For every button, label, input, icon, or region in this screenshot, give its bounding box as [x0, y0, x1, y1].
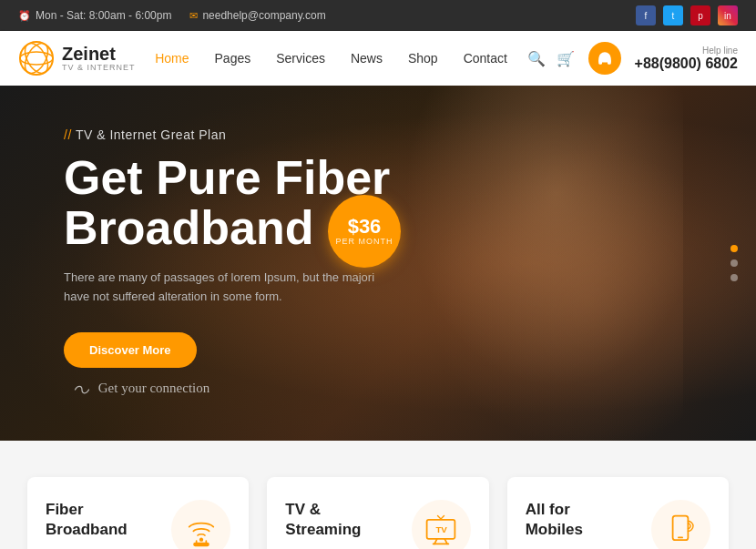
- nav-pages[interactable]: Pages: [204, 44, 262, 73]
- top-bar: ⏰ Mon - Sat: 8:00am - 6:00pm ✉ needhelp@…: [0, 0, 756, 31]
- nav-services[interactable]: Services: [265, 44, 336, 73]
- hero-title-line1: Get Pure Fiber: [64, 151, 390, 204]
- instagram-icon[interactable]: in: [718, 5, 738, 25]
- logo[interactable]: Zeinet TV & INTERNET: [18, 40, 136, 76]
- card-mobile-title: All forMobiles: [526, 500, 638, 540]
- svg-point-0: [20, 42, 53, 75]
- hero-content: TV & Internet Great Plan Get Pure Fiber …: [0, 127, 392, 399]
- helpline-number: +88(9800) 6802: [635, 56, 738, 72]
- helpline-label: Help line: [635, 46, 738, 56]
- pinterest-icon[interactable]: p: [690, 5, 710, 25]
- price-amount: $36: [348, 217, 382, 237]
- hero-person-bg: [364, 86, 683, 441]
- clock-icon: ⏰: [18, 10, 31, 22]
- hero-subtitle: TV & Internet Great Plan: [64, 127, 392, 142]
- logo-icon: [18, 40, 55, 76]
- card-fiber-icon-wrap: [171, 500, 230, 549]
- services-cards: FiberBroadband Nam nec est id dui effici…: [0, 441, 756, 549]
- svg-text:TV: TV: [436, 524, 448, 534]
- svg-point-4: [199, 538, 202, 541]
- card-mobile: All forMobiles Nam nec est id dui effici…: [507, 477, 729, 549]
- email-text: needhelp@company.com: [202, 9, 325, 22]
- price-badge: $36 PER MONTH: [328, 195, 401, 268]
- brand-tagline: TV & INTERNET: [62, 64, 136, 73]
- tv-icon: TV: [422, 511, 460, 549]
- discover-more-button[interactable]: Discover More: [64, 332, 197, 368]
- slider-dot-1[interactable]: [730, 245, 738, 252]
- hero-title-line2: Broadband: [64, 201, 313, 254]
- hours-info: ⏰ Mon - Sat: 8:00am - 6:00pm: [18, 9, 171, 22]
- card-tv-text: TV &Streaming Nam nec est id dui efficit…: [285, 500, 397, 549]
- header: Zeinet TV & INTERNET Home Pages Services…: [0, 31, 756, 86]
- hero-section: $36 PER MONTH TV & Internet Great Plan G…: [0, 86, 756, 441]
- facebook-icon[interactable]: f: [636, 5, 656, 25]
- header-action-icons: 🔍 🛒: [527, 50, 575, 67]
- slider-dot-3[interactable]: [730, 274, 738, 281]
- svg-point-3: [20, 52, 53, 65]
- hero-cursive-text: Get your connection: [73, 381, 392, 399]
- header-right: 🔍 🛒 Help line +88(9800) 6802: [527, 42, 738, 75]
- card-mobile-text: All forMobiles Nam nec est id dui effici…: [526, 500, 638, 549]
- twitter-icon[interactable]: t: [663, 5, 683, 25]
- slider-dot-2[interactable]: [730, 259, 738, 267]
- helpline-info: Help line +88(9800) 6802: [635, 46, 738, 72]
- logo-text: Zeinet TV & INTERNET: [62, 44, 136, 73]
- card-fiber-text: FiberBroadband Nam nec est id dui effici…: [46, 500, 158, 549]
- card-tv-icon-wrap: TV: [412, 500, 471, 549]
- mobile-icon: [661, 511, 700, 549]
- card-tv-title: TV &Streaming: [285, 500, 397, 540]
- cart-icon[interactable]: 🛒: [557, 50, 575, 67]
- card-fiber-title: FiberBroadband: [46, 500, 158, 540]
- nav-news[interactable]: News: [340, 44, 393, 73]
- hero-description: There are many of passages of lorem Ipsu…: [64, 269, 392, 307]
- brand-name: Zeinet: [62, 44, 136, 64]
- social-links: f t p in: [636, 5, 738, 25]
- email-info: ✉ needhelp@company.com: [189, 9, 325, 22]
- nav-home[interactable]: Home: [144, 44, 199, 73]
- nav-contact[interactable]: Contact: [453, 44, 518, 73]
- slider-dots: [730, 245, 738, 281]
- card-mobile-icon-wrap: [651, 500, 710, 549]
- search-icon[interactable]: 🔍: [527, 50, 546, 67]
- card-fiber: FiberBroadband Nam nec est id dui effici…: [27, 477, 249, 549]
- helpline-icon: [588, 42, 621, 75]
- main-nav: Home Pages Services News Shop Contact: [144, 44, 518, 73]
- top-bar-left: ⏰ Mon - Sat: 8:00am - 6:00pm ✉ needhelp@…: [18, 9, 326, 22]
- email-icon: ✉: [189, 10, 198, 22]
- nav-shop[interactable]: Shop: [397, 44, 449, 73]
- wifi-icon: [183, 512, 220, 548]
- price-label: PER MONTH: [336, 237, 393, 246]
- svg-rect-13: [673, 515, 689, 540]
- hours-text: Mon - Sat: 8:00am - 6:00pm: [36, 9, 171, 22]
- card-tv: TV &Streaming Nam nec est id dui efficit…: [267, 477, 488, 549]
